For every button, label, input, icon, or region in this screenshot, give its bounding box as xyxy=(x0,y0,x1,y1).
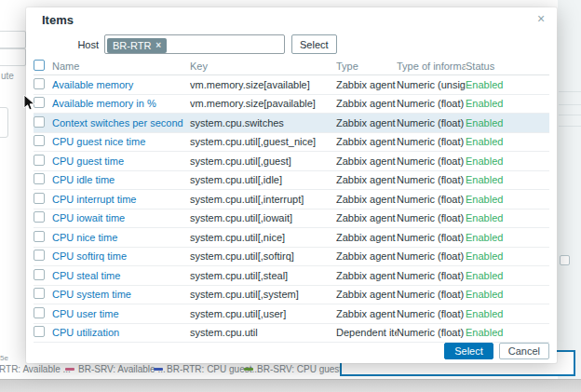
legend-label: RTR: Available ... xyxy=(0,364,71,374)
item-name-link[interactable]: Available memory xyxy=(52,79,133,90)
item-status: Enabled xyxy=(466,270,549,281)
item-status: Enabled xyxy=(466,174,549,185)
host-multiselect[interactable]: BR-RTR × xyxy=(104,34,285,54)
close-icon[interactable]: × xyxy=(534,11,548,26)
table-row: CPU steal timesystem.cpu.util[,steal]Zab… xyxy=(34,266,549,286)
table-row: CPU guest timesystem.cpu.util[,guest]Zab… xyxy=(34,152,549,171)
column-header-status: Status xyxy=(466,61,549,72)
item-info: Numeric (float) xyxy=(397,98,466,109)
item-type: Zabbix agent xyxy=(336,174,397,185)
row-checkbox[interactable] xyxy=(34,231,45,242)
row-checkbox[interactable] xyxy=(34,307,45,318)
item-status: Enabled xyxy=(466,308,549,319)
item-key: vm.memory.size[pavailable] xyxy=(190,98,336,109)
item-type: Zabbix agent xyxy=(336,232,397,243)
item-key: system.cpu.util[,user] xyxy=(190,308,336,319)
table-row: CPU system timesystem.cpu.util[,system]Z… xyxy=(34,286,549,305)
item-name-link[interactable]: CPU nice time xyxy=(52,232,117,243)
table-row: CPU user timesystem.cpu.util[,user]Zabbi… xyxy=(34,304,549,324)
legend-item[interactable]: BR-SRV: Available ... xyxy=(65,364,166,374)
item-info: Numeric (float) xyxy=(397,232,466,243)
table-row: CPU interrupt timesystem.cpu.util[,inter… xyxy=(34,190,549,210)
item-info: Numeric (float) xyxy=(397,270,466,281)
item-name-link[interactable]: CPU user time xyxy=(52,308,119,319)
row-checkbox[interactable] xyxy=(34,78,45,89)
item-key: system.cpu.util[,nice] xyxy=(190,232,336,243)
item-name-link[interactable]: CPU guest time xyxy=(52,155,124,167)
item-name-link[interactable]: CPU system time xyxy=(52,289,131,300)
chip-remove-icon[interactable]: × xyxy=(155,41,161,50)
item-key: system.cpu.switches xyxy=(190,117,336,128)
background-right-strip xyxy=(558,0,581,379)
row-checkbox[interactable] xyxy=(34,135,45,146)
select-button[interactable]: Select xyxy=(444,343,493,359)
item-name-link[interactable]: Context switches per second xyxy=(52,117,183,128)
legend-color-dash xyxy=(244,368,253,371)
cancel-button[interactable]: Cancel xyxy=(499,343,549,359)
item-status: Enabled xyxy=(466,117,549,128)
item-info: Numeric (float) xyxy=(397,327,466,338)
legend-item[interactable]: BR-SRV: CPU guest... xyxy=(244,364,349,374)
item-type: Zabbix agent xyxy=(336,136,397,147)
row-checkbox[interactable] xyxy=(34,97,45,108)
row-checkbox[interactable] xyxy=(34,193,45,204)
legend-label: BR-SRV: Available ... xyxy=(78,364,166,374)
legend-item[interactable]: RTR: Available ... xyxy=(0,364,71,374)
item-name-link[interactable]: CPU utilization xyxy=(52,327,119,338)
item-info: Numeric (float) xyxy=(397,308,466,319)
item-info: Numeric (float) xyxy=(397,155,466,167)
item-name-link[interactable]: Available memory in % xyxy=(52,98,156,109)
item-key: system.cpu.util[,system] xyxy=(190,289,336,300)
table-row: CPU softirq timesystem.cpu.util[,softirq… xyxy=(34,248,549,267)
background-text-fragment: 5e xyxy=(0,354,8,362)
item-key: system.cpu.util[,interrupt] xyxy=(190,194,336,205)
background-bottom-bar xyxy=(0,379,581,392)
item-key: system.cpu.util[,steal] xyxy=(190,270,336,281)
row-checkbox[interactable] xyxy=(34,155,45,166)
table-row: CPU nice timesystem.cpu.util[,nice]Zabbi… xyxy=(34,228,549,248)
select-all-checkbox[interactable] xyxy=(34,60,45,71)
host-chip-label: BR-RTR xyxy=(113,40,151,51)
item-info: Numeric (float) xyxy=(397,250,466,262)
item-name-link[interactable]: CPU guest nice time xyxy=(52,136,145,147)
row-checkbox[interactable] xyxy=(34,269,45,280)
legend-color-dash xyxy=(154,368,163,371)
item-name-link[interactable]: CPU steal time xyxy=(52,270,120,281)
item-name-link[interactable]: CPU iowait time xyxy=(52,212,125,223)
item-type: Zabbix agent xyxy=(336,98,397,109)
host-select-button[interactable]: Select xyxy=(291,34,337,54)
legend-label: BR-SRV: CPU guest... xyxy=(257,364,349,374)
item-name-link[interactable]: CPU idle time xyxy=(52,174,115,185)
background-box-fragment xyxy=(0,48,26,66)
item-name-link[interactable]: CPU softirq time xyxy=(52,250,127,262)
row-checkbox[interactable] xyxy=(34,211,45,223)
background-checkbox-fragment xyxy=(560,255,570,265)
table-row: CPU idle timesystem.cpu.util[,idle]Zabbi… xyxy=(34,171,549,191)
row-checkbox[interactable] xyxy=(34,288,45,299)
row-checkbox[interactable] xyxy=(34,250,45,261)
item-info: Numeric (unsigned) xyxy=(397,79,466,90)
item-info: Numeric (float) xyxy=(397,194,466,205)
row-checkbox[interactable] xyxy=(34,173,45,184)
row-checkbox[interactable] xyxy=(34,116,45,128)
item-info: Numeric (float) xyxy=(397,212,466,223)
background-box-fragment xyxy=(0,107,8,138)
item-name-link[interactable]: CPU interrupt time xyxy=(52,194,136,205)
item-type: Zabbix agent xyxy=(336,250,397,262)
column-header-type: Type xyxy=(336,61,397,72)
column-header-key: Key xyxy=(190,61,336,72)
item-type: Zabbix agent xyxy=(336,155,397,167)
item-info: Numeric (float) xyxy=(397,117,466,128)
host-chip: BR-RTR × xyxy=(107,38,167,53)
item-status: Enabled xyxy=(466,79,549,90)
item-key: system.cpu.util[,idle] xyxy=(190,174,336,185)
item-type: Zabbix agent xyxy=(336,212,397,223)
item-info: Numeric (float) xyxy=(397,289,466,300)
column-header-name: Name xyxy=(52,61,190,72)
row-checkbox[interactable] xyxy=(34,326,45,337)
item-status: Enabled xyxy=(466,289,549,300)
item-status: Enabled xyxy=(466,136,549,147)
background-box-fragment xyxy=(0,31,26,48)
table-row: Available memoryvm.memory.size[available… xyxy=(34,75,549,95)
item-status: Enabled xyxy=(466,327,549,338)
